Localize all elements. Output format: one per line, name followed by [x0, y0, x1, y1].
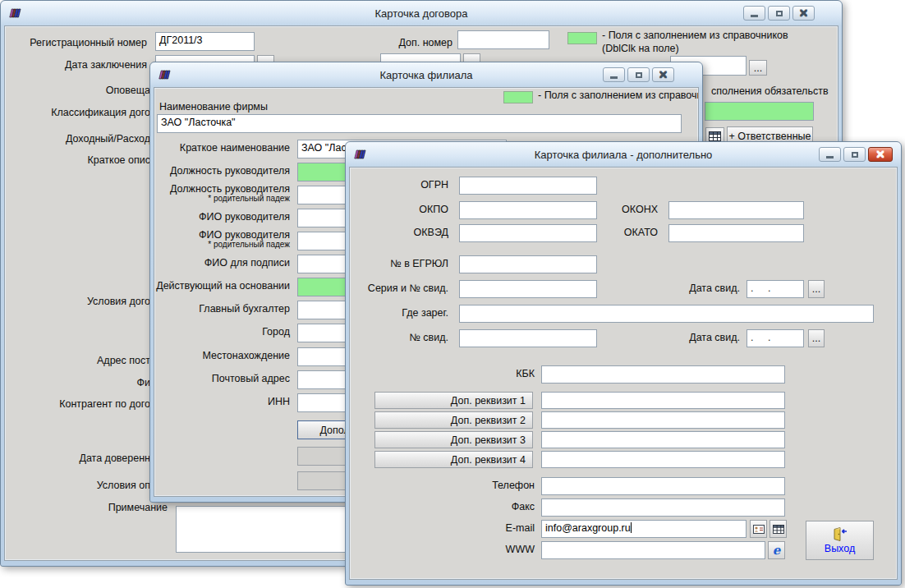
- email-label: E-mail: [436, 522, 535, 534]
- window-branch-card-additional: Карточка филиала - дополнительно 🗙 ОГРН …: [345, 141, 902, 586]
- desktop: Карточка договора 🗙 Регистрационный номе…: [0, 0, 905, 588]
- short-name-label: Краткое наименование: [154, 142, 290, 154]
- internet-explorer-icon: e: [773, 544, 781, 557]
- window-title: Карточка филиала - дополнительно: [349, 149, 898, 161]
- close-button[interactable]: 🗙: [792, 6, 815, 21]
- firm-name-field[interactable]: ЗАО "Ласточка": [157, 114, 682, 133]
- phone-label: Телефон: [436, 480, 535, 491]
- window-title: Карточка договора: [4, 7, 838, 20]
- close-button[interactable]: 🗙: [868, 147, 893, 162]
- right-date-ellipsis-button[interactable]: ...: [749, 60, 767, 76]
- certificate-number-field[interactable]: [459, 329, 597, 347]
- extra-number-field[interactable]: [457, 30, 549, 49]
- okonh-field[interactable]: [668, 201, 804, 219]
- extra-requisite-3-button[interactable]: Доп. реквизит 3: [374, 431, 533, 448]
- phone-field[interactable]: [541, 477, 785, 495]
- chief-accountant-label: Главный бухгалтер: [154, 303, 290, 315]
- extra-requisite-2-field[interactable]: [541, 411, 785, 429]
- certificate-series-label: Серия и № свид.: [350, 283, 448, 294]
- certificate-date-field-1[interactable]: . .: [747, 280, 804, 298]
- egrul-label: № в ЕГРЮЛ: [350, 258, 448, 269]
- email-value: info@araxgroup.ru: [545, 522, 631, 534]
- extra-requisite-1-field[interactable]: [541, 392, 785, 409]
- reg-number-field[interactable]: ДГ2011/3: [155, 32, 255, 51]
- signature-name-label: ФИО для подписи: [154, 257, 290, 269]
- contract-terms-label: Условия дого: [5, 296, 150, 307]
- head-name-genitive-label: ФИО руководителя: [154, 229, 290, 241]
- inn-label: ИНН: [154, 396, 290, 407]
- text-caret: [631, 522, 632, 533]
- extra-requisite-4-button[interactable]: Доп. реквизит 4: [374, 451, 533, 468]
- email-grid-button[interactable]: [769, 520, 787, 538]
- minimize-button[interactable]: [743, 6, 765, 21]
- exit-door-icon: [832, 527, 848, 541]
- address-card-icon: [753, 525, 765, 534]
- ogrn-field[interactable]: [459, 177, 597, 195]
- where-registered-label: Где зарег.: [350, 307, 448, 319]
- okonh-label: ОКОНХ: [559, 204, 658, 215]
- classification-label: Классификация дого: [5, 107, 150, 118]
- fax-label: Факс: [436, 501, 535, 512]
- payment-terms-label: Условия оп: [5, 480, 150, 491]
- certificate-series-field[interactable]: [459, 280, 597, 298]
- postal-address-label: Почтовый адрес: [154, 373, 290, 384]
- www-browser-button[interactable]: e: [768, 541, 785, 559]
- table-grid-icon: [709, 131, 721, 141]
- certificate-date-field-2[interactable]: . .: [747, 329, 804, 347]
- extra-requisite-4-field[interactable]: [541, 451, 785, 468]
- branch-label: Фи: [5, 377, 150, 388]
- exit-button[interactable]: Выход: [806, 521, 874, 560]
- exit-button-label: Выход: [825, 543, 855, 554]
- certificate-date-picker-2[interactable]: ...: [808, 329, 825, 347]
- okved-label: ОКВЭД: [350, 227, 448, 238]
- head-name-genitive-sublabel: * родительный падеж: [154, 240, 290, 249]
- extra-client-area: ОГРН ОКПО ОКОНХ ОКВЭД ОКАТО № в ЕГРЮЛ Се…: [349, 167, 898, 580]
- acting-on-basis-label: Действующий на основании: [154, 280, 290, 292]
- maximize-button[interactable]: [627, 67, 650, 82]
- certificate-date-label-1: Дата свид.: [641, 283, 740, 294]
- maximize-button[interactable]: [768, 6, 790, 21]
- extra-requisite-2-button[interactable]: Доп. реквизит 2: [374, 411, 533, 429]
- kbk-field[interactable]: [541, 365, 785, 384]
- counterparty-label: Контрагент по дого: [5, 398, 150, 410]
- head-name-label: ФИО руководителя: [154, 211, 290, 223]
- minimize-button[interactable]: [603, 67, 625, 82]
- short-description-label: Краткое опис: [5, 154, 150, 166]
- head-position-label: Должность руководителя: [154, 165, 290, 177]
- where-registered-field[interactable]: [459, 305, 874, 323]
- certificate-date-label-2: Дата свид.: [641, 332, 740, 343]
- notify-label: Оповеща: [5, 85, 150, 96]
- head-position-genitive-label: Должность руководителя: [154, 183, 290, 195]
- certificate-number-label: № свид.: [350, 332, 448, 343]
- email-field[interactable]: info@araxgroup.ru: [541, 520, 747, 538]
- egrul-field[interactable]: [459, 255, 597, 273]
- maximize-button[interactable]: [843, 147, 866, 162]
- delivery-address-label: Адрес пост: [5, 355, 150, 366]
- email-contact-button[interactable]: [750, 520, 767, 538]
- note-label: Примечание: [5, 502, 168, 513]
- reg-number-label: Регистрационный номер: [5, 37, 147, 48]
- extra-requisite-1-button[interactable]: Доп. реквизит 1: [374, 392, 533, 409]
- green-legend-swatch: [567, 32, 597, 44]
- obligations-reference-field[interactable]: [705, 102, 814, 121]
- table-grid-icon: [773, 525, 784, 534]
- contract-titlebar[interactable]: Карточка договора 🗙: [4, 1, 838, 25]
- minimize-button[interactable]: [819, 147, 841, 162]
- legend-hint: (DblClk на поле): [602, 43, 679, 54]
- extra-titlebar[interactable]: Карточка филиала - дополнительно 🗙: [349, 142, 898, 167]
- extra-requisite-3-field[interactable]: [541, 431, 785, 448]
- fax-field[interactable]: [541, 498, 785, 517]
- conclusion-date-label: Дата заключения: [5, 59, 147, 71]
- kbk-label: КБК: [436, 368, 535, 379]
- close-button[interactable]: 🗙: [652, 67, 674, 82]
- branch-titlebar[interactable]: Карточка филиала 🗙: [154, 62, 699, 87]
- www-field[interactable]: [541, 541, 765, 559]
- certificate-date-picker-1[interactable]: ...: [808, 280, 825, 298]
- legend-text: - Поля с заполнением из справочников: [538, 90, 699, 101]
- firm-name-label: Наименование фирмы: [159, 101, 268, 113]
- okato-field[interactable]: [668, 224, 804, 242]
- extra-number-label: Доп. номер: [372, 37, 452, 48]
- okato-label: ОКАТО: [559, 227, 658, 238]
- ogrn-label: ОГРН: [350, 179, 448, 191]
- location-label: Местонахождение: [154, 350, 290, 361]
